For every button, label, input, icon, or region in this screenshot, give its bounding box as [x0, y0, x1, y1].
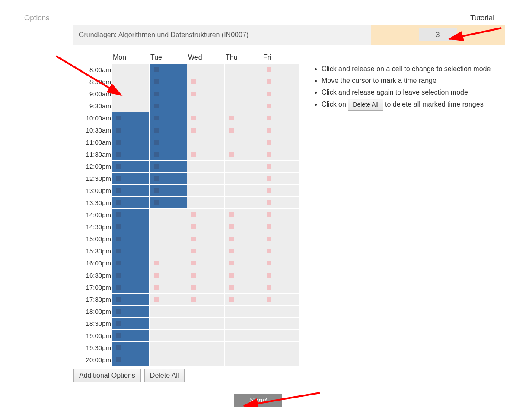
schedule-cell[interactable] [262, 233, 300, 245]
schedule-cell[interactable] [225, 88, 262, 100]
schedule-cell[interactable] [187, 197, 225, 209]
schedule-cell[interactable] [225, 136, 262, 148]
schedule-cell[interactable] [112, 342, 150, 354]
schedule-cell[interactable] [262, 221, 300, 233]
schedule-cell[interactable] [225, 124, 262, 136]
schedule-cell[interactable] [112, 124, 150, 136]
schedule-cell[interactable] [187, 233, 225, 245]
schedule-cell[interactable] [150, 136, 187, 148]
schedule-cell[interactable] [225, 112, 262, 124]
schedule-cell[interactable] [187, 64, 225, 76]
schedule-cell[interactable] [150, 185, 187, 197]
schedule-cell[interactable] [225, 354, 262, 366]
schedule-cell[interactable] [112, 161, 150, 173]
schedule-cell[interactable] [112, 269, 150, 281]
schedule-cell[interactable] [225, 269, 262, 281]
schedule-cell[interactable] [187, 342, 225, 354]
schedule-cell[interactable] [112, 100, 150, 112]
schedule-cell[interactable] [262, 342, 300, 354]
schedule-cell[interactable] [187, 161, 225, 173]
schedule-cell[interactable] [262, 88, 300, 100]
schedule-cell[interactable] [112, 209, 150, 221]
schedule-cell[interactable] [187, 124, 225, 136]
schedule-cell[interactable] [150, 112, 187, 124]
schedule-cell[interactable] [225, 173, 262, 185]
schedule-cell[interactable] [262, 257, 300, 269]
schedule-cell[interactable] [150, 342, 187, 354]
schedule-cell[interactable] [262, 354, 300, 366]
schedule-cell[interactable] [187, 245, 225, 257]
schedule-cell[interactable] [225, 209, 262, 221]
schedule-cell[interactable] [225, 185, 262, 197]
schedule-cell[interactable] [225, 306, 262, 318]
schedule-cell[interactable] [225, 245, 262, 257]
schedule-cell[interactable] [112, 233, 150, 245]
schedule-cell[interactable] [150, 245, 187, 257]
schedule-cell[interactable] [262, 185, 300, 197]
schedule-cell[interactable] [225, 161, 262, 173]
schedule-cell[interactable] [262, 100, 300, 112]
tutorial-count-input[interactable] [419, 28, 457, 41]
schedule-cell[interactable] [225, 64, 262, 76]
schedule-cell[interactable] [112, 281, 150, 294]
schedule-cell[interactable] [150, 209, 187, 221]
schedule-cell[interactable] [262, 294, 300, 306]
schedule-cell[interactable] [112, 306, 150, 318]
schedule-cell[interactable] [187, 76, 225, 88]
schedule-cell[interactable] [112, 294, 150, 306]
send-button[interactable]: Send [234, 394, 282, 407]
schedule-cell[interactable] [112, 185, 150, 197]
schedule-cell[interactable] [187, 88, 225, 100]
schedule-cell[interactable] [262, 306, 300, 318]
schedule-cell[interactable] [187, 221, 225, 233]
schedule-cell[interactable] [225, 221, 262, 233]
schedule-cell[interactable] [262, 197, 300, 209]
schedule-cell[interactable] [150, 124, 187, 136]
schedule-cell[interactable] [262, 148, 300, 161]
schedule-cell[interactable] [150, 173, 187, 185]
additional-options-button[interactable]: Additional Options [73, 369, 141, 382]
schedule-cell[interactable] [187, 281, 225, 294]
schedule-cell[interactable] [112, 112, 150, 124]
schedule-cell[interactable] [112, 76, 150, 88]
schedule-cell[interactable] [187, 318, 225, 330]
schedule-cell[interactable] [262, 173, 300, 185]
schedule-cell[interactable] [187, 354, 225, 366]
schedule-cell[interactable] [150, 269, 187, 281]
schedule-cell[interactable] [225, 281, 262, 294]
schedule-cell[interactable] [150, 100, 187, 112]
schedule-cell[interactable] [187, 294, 225, 306]
schedule-cell[interactable] [187, 112, 225, 124]
schedule-cell[interactable] [187, 173, 225, 185]
delete-all-button[interactable]: Delete All [144, 369, 185, 382]
schedule-cell[interactable] [150, 318, 187, 330]
schedule-cell[interactable] [150, 148, 187, 161]
schedule-cell[interactable] [262, 112, 300, 124]
schedule-cell[interactable] [112, 148, 150, 161]
schedule-cell[interactable] [150, 197, 187, 209]
schedule-cell[interactable] [112, 64, 150, 76]
schedule-cell[interactable] [225, 330, 262, 342]
schedule-cell[interactable] [150, 221, 187, 233]
schedule-cell[interactable] [150, 306, 187, 318]
schedule-cell[interactable] [150, 76, 187, 88]
schedule-cell[interactable] [262, 209, 300, 221]
schedule-cell[interactable] [150, 354, 187, 366]
schedule-cell[interactable] [150, 294, 187, 306]
schedule-cell[interactable] [225, 257, 262, 269]
schedule-cell[interactable] [225, 197, 262, 209]
schedule-cell[interactable] [225, 76, 262, 88]
schedule-cell[interactable] [262, 124, 300, 136]
schedule-cell[interactable] [112, 173, 150, 185]
schedule-cell[interactable] [112, 136, 150, 148]
schedule-cell[interactable] [225, 342, 262, 354]
schedule-cell[interactable] [225, 148, 262, 161]
schedule-cell[interactable] [262, 64, 300, 76]
schedule-cell[interactable] [187, 136, 225, 148]
schedule-cell[interactable] [187, 330, 225, 342]
schedule-cell[interactable] [187, 185, 225, 197]
schedule-cell[interactable] [112, 245, 150, 257]
schedule-cell[interactable] [112, 197, 150, 209]
schedule-cell[interactable] [150, 64, 187, 76]
schedule-cell[interactable] [262, 161, 300, 173]
